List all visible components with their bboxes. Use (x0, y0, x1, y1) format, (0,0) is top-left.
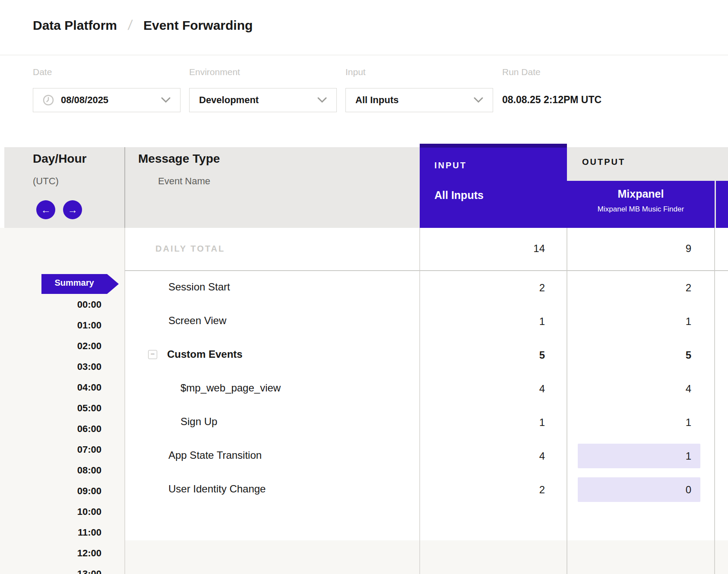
column-divider (567, 228, 567, 574)
table-row-label: App State Transition (168, 449, 262, 461)
next-day-button[interactable]: → (63, 200, 82, 219)
daily-total-output-count: 9 (567, 243, 691, 255)
output-count: 0 (567, 484, 691, 496)
hour-row-03[interactable]: 03:00 (0, 361, 101, 372)
input-count: 4 (420, 383, 545, 395)
input-value: All Inputs (355, 95, 399, 106)
hour-row-12[interactable]: 12:00 (0, 548, 101, 559)
output-column-name: Mixpanel (567, 188, 715, 200)
table-row-label: User Identity Change (168, 483, 266, 495)
column-divider (714, 228, 715, 574)
hour-row-04[interactable]: 04:00 (0, 382, 101, 393)
output-count: 2 (567, 282, 691, 294)
hour-row-00[interactable]: 00:00 (0, 299, 101, 310)
output-count: 4 (567, 383, 691, 395)
hour-row-10[interactable]: 10:00 (0, 506, 101, 517)
table-footer-area (125, 540, 728, 574)
table-row-label: $mp_web_page_view (180, 382, 281, 394)
event-name-subheader: Event Name (158, 176, 210, 187)
output-count: 5 (567, 349, 691, 361)
date-dropdown[interactable]: 08/08/2025 (33, 88, 180, 112)
breadcrumb: Data Platform / Event Forwarding (33, 17, 253, 33)
hour-row-07[interactable]: 07:00 (0, 444, 101, 455)
column-divider (419, 228, 420, 574)
output-column-subtitle: Mixpanel MB Music Finder (567, 205, 715, 214)
output-count: 1 (567, 416, 691, 429)
hour-row-08[interactable]: 08:00 (0, 465, 101, 476)
hour-row-11[interactable]: 11:00 (0, 527, 101, 538)
hour-row-06[interactable]: 06:00 (0, 423, 101, 435)
chevron-down-icon (161, 97, 171, 103)
collapse-toggle-icon[interactable]: − (148, 350, 157, 359)
input-filter-label: Input (345, 67, 366, 77)
summary-label: Summary (41, 278, 107, 288)
input-section-header: INPUT (434, 161, 467, 170)
hour-row-05[interactable]: 05:00 (0, 403, 101, 414)
event-forwarding-page: Data Platform / Event Forwarding Date En… (0, 0, 728, 574)
input-count: 1 (420, 416, 545, 429)
input-count: 4 (420, 450, 545, 462)
environment-filter-label: Environment (189, 67, 240, 77)
top-bar: Data Platform / Event Forwarding (0, 0, 728, 55)
output-column-header[interactable]: Mixpanel Mixpanel MB Music Finder (567, 181, 715, 229)
input-column-name: All Inputs (434, 189, 484, 202)
clock-icon (43, 95, 54, 106)
next-output-column-partial (716, 181, 728, 229)
table-row-label: Sign Up (180, 416, 217, 428)
daily-total-input-count: 14 (420, 243, 545, 255)
output-count: 1 (567, 315, 691, 328)
hour-row-01[interactable]: 01:00 (0, 320, 101, 331)
day-hour-timezone: (UTC) (33, 176, 59, 187)
input-count: 1 (420, 315, 545, 328)
daily-total-divider (125, 270, 728, 271)
input-column-header: INPUT All Inputs (420, 144, 567, 229)
hour-row-13[interactable]: 13:00 (0, 568, 101, 574)
date-value: 08/08/2025 (61, 95, 108, 106)
hour-row-09[interactable]: 09:00 (0, 486, 101, 497)
breadcrumb-separator: / (127, 17, 133, 33)
input-count: 5 (420, 349, 545, 361)
table-row-label: Session Start (168, 281, 230, 293)
environment-dropdown[interactable]: Development (189, 88, 337, 112)
output-count: 1 (567, 450, 691, 462)
input-column-accent-strip (420, 144, 567, 148)
breadcrumb-section[interactable]: Data Platform (33, 18, 117, 33)
table-row-label: Screen View (168, 315, 226, 327)
input-count: 2 (420, 484, 545, 496)
table-row-label: Custom Events (167, 348, 243, 360)
previous-day-button[interactable]: ← (36, 200, 55, 219)
message-type-header: Message Type (138, 152, 220, 166)
chevron-down-icon (317, 97, 327, 103)
input-dropdown[interactable]: All Inputs (345, 88, 493, 112)
chevron-down-icon (474, 97, 483, 103)
column-divider (124, 147, 125, 228)
day-hour-header: Day/Hour (33, 152, 86, 166)
hour-row-02[interactable]: 02:00 (0, 341, 101, 352)
output-section-header: OUTPUT (582, 157, 625, 167)
input-count: 2 (420, 282, 545, 294)
column-divider (124, 228, 125, 574)
environment-value: Development (199, 95, 259, 106)
summary-row-selector[interactable]: Summary (41, 274, 107, 294)
daily-total-label: DAILY TOTAL (155, 244, 225, 254)
page-title: Event Forwarding (143, 18, 253, 33)
run-date-label: Run Date (502, 67, 541, 77)
date-filter-label: Date (33, 67, 52, 77)
run-date-value: 08.08.25 2:12PM UTC (502, 94, 601, 106)
